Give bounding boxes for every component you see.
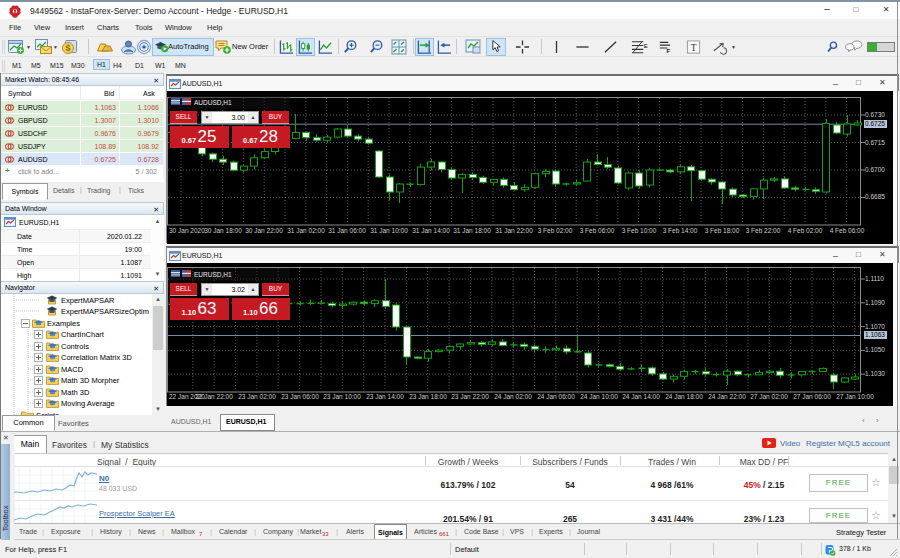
svg-text:T: T [691,43,697,53]
svg-text:E: E [644,42,648,49]
svg-text:$: $ [65,43,70,53]
svg-text:F: F [666,47,670,54]
